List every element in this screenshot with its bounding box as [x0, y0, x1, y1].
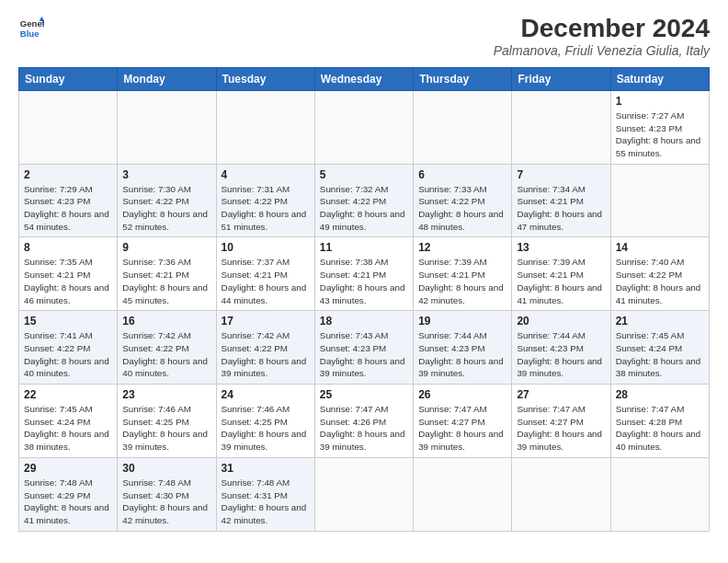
- day-info: Sunrise: 7:34 AMSunset: 4:21 PMDaylight:…: [517, 183, 605, 234]
- day-info: Sunrise: 7:47 AMSunset: 4:28 PMDaylight:…: [616, 403, 704, 454]
- header: General Blue December 2024 Palmanova, Fr…: [18, 15, 710, 58]
- svg-text:Blue: Blue: [20, 29, 40, 39]
- day-number: 7: [517, 168, 605, 181]
- calendar-header-thursday: Thursday: [414, 67, 512, 90]
- calendar-cell-6: 6 Sunrise: 7:33 AMSunset: 4:22 PMDayligh…: [414, 164, 512, 237]
- day-number: 31: [222, 462, 310, 475]
- logo: General Blue: [18, 15, 44, 40]
- day-info: Sunrise: 7:37 AMSunset: 4:21 PMDaylight:…: [222, 256, 310, 306]
- subtitle: Palmanova, Friuli Venezia Giulia, Italy: [494, 43, 710, 58]
- day-number: 29: [24, 462, 112, 475]
- calendar-cell-1: 1 Sunrise: 7:27 AMSunset: 4:23 PMDayligh…: [610, 90, 709, 164]
- day-number: 20: [517, 315, 605, 327]
- day-info: Sunrise: 7:43 AMSunset: 4:23 PMDaylight:…: [320, 329, 408, 380]
- day-info: Sunrise: 7:31 AMSunset: 4:22 PMDaylight:…: [222, 183, 310, 234]
- calendar-cell-23: 23 Sunrise: 7:46 AMSunset: 4:25 PMDaylig…: [118, 385, 216, 458]
- day-info: Sunrise: 7:47 AMSunset: 4:27 PMDaylight:…: [418, 403, 506, 454]
- calendar-cell-31: 31 Sunrise: 7:48 AMSunset: 4:31 PMDaylig…: [216, 457, 314, 531]
- calendar-header-row: SundayMondayTuesdayWednesdayThursdayFrid…: [19, 67, 710, 90]
- day-info: Sunrise: 7:45 AMSunset: 4:24 PMDaylight:…: [24, 403, 112, 454]
- day-info: Sunrise: 7:33 AMSunset: 4:22 PMDaylight:…: [418, 183, 506, 234]
- calendar-cell-29: 29 Sunrise: 7:48 AMSunset: 4:29 PMDaylig…: [19, 457, 118, 531]
- calendar-cell-10: 10 Sunrise: 7:37 AMSunset: 4:21 PMDaylig…: [216, 237, 314, 311]
- day-number: 13: [517, 241, 605, 254]
- empty-cell: [414, 457, 512, 531]
- day-info: Sunrise: 7:48 AMSunset: 4:29 PMDaylight:…: [24, 477, 112, 527]
- day-info: Sunrise: 7:44 AMSunset: 4:23 PMDaylight:…: [418, 329, 506, 380]
- calendar-cell-19: 19 Sunrise: 7:44 AMSunset: 4:23 PMDaylig…: [414, 311, 512, 385]
- day-number: 8: [24, 241, 112, 254]
- day-number: 24: [222, 388, 310, 401]
- calendar-cell-28: 28 Sunrise: 7:47 AMSunset: 4:28 PMDaylig…: [610, 385, 709, 458]
- day-number: 26: [418, 388, 506, 401]
- day-number: 2: [24, 168, 112, 181]
- day-info: Sunrise: 7:42 AMSunset: 4:22 PMDaylight:…: [122, 329, 210, 380]
- day-number: 23: [122, 388, 210, 401]
- calendar-header-monday: Monday: [118, 67, 216, 90]
- calendar-cell-21: 21 Sunrise: 7:45 AMSunset: 4:24 PMDaylig…: [610, 311, 709, 385]
- calendar-cell-3: 3 Sunrise: 7:30 AMSunset: 4:22 PMDayligh…: [118, 164, 216, 237]
- empty-cell: [610, 457, 709, 531]
- empty-cell: [118, 90, 216, 164]
- day-info: Sunrise: 7:48 AMSunset: 4:31 PMDaylight:…: [222, 477, 310, 527]
- calendar-header-tuesday: Tuesday: [216, 67, 314, 90]
- calendar-cell-8: 8 Sunrise: 7:35 AMSunset: 4:21 PMDayligh…: [19, 237, 118, 311]
- empty-cell: [314, 90, 413, 164]
- day-info: Sunrise: 7:42 AMSunset: 4:22 PMDaylight:…: [222, 329, 310, 380]
- calendar-cell-24: 24 Sunrise: 7:46 AMSunset: 4:25 PMDaylig…: [216, 385, 314, 458]
- calendar-cell-13: 13 Sunrise: 7:39 AMSunset: 4:21 PMDaylig…: [512, 237, 610, 311]
- calendar-cell-25: 25 Sunrise: 7:47 AMSunset: 4:26 PMDaylig…: [314, 385, 413, 458]
- day-number: 27: [517, 388, 605, 401]
- day-number: 10: [222, 241, 310, 254]
- day-number: 6: [418, 168, 506, 181]
- day-number: 19: [418, 315, 506, 327]
- day-number: 1: [616, 95, 704, 108]
- main-title: December 2024: [494, 15, 710, 43]
- calendar-cell-14: 14 Sunrise: 7:40 AMSunset: 4:22 PMDaylig…: [610, 237, 709, 311]
- empty-cell: [610, 164, 709, 237]
- day-number: 17: [222, 315, 310, 327]
- calendar-cell-7: 7 Sunrise: 7:34 AMSunset: 4:21 PMDayligh…: [512, 164, 610, 237]
- day-number: 12: [418, 241, 506, 254]
- day-info: Sunrise: 7:46 AMSunset: 4:25 PMDaylight:…: [122, 403, 210, 454]
- page: General Blue December 2024 Palmanova, Fr…: [0, 0, 728, 563]
- day-info: Sunrise: 7:45 AMSunset: 4:24 PMDaylight:…: [616, 329, 704, 380]
- day-info: Sunrise: 7:27 AMSunset: 4:23 PMDaylight:…: [616, 109, 704, 160]
- day-number: 25: [320, 388, 408, 401]
- empty-cell: [512, 90, 610, 164]
- empty-cell: [314, 457, 413, 531]
- calendar-cell-27: 27 Sunrise: 7:47 AMSunset: 4:27 PMDaylig…: [512, 385, 610, 458]
- day-info: Sunrise: 7:36 AMSunset: 4:21 PMDaylight:…: [122, 256, 210, 306]
- day-info: Sunrise: 7:39 AMSunset: 4:21 PMDaylight:…: [517, 256, 605, 306]
- day-info: Sunrise: 7:38 AMSunset: 4:21 PMDaylight:…: [320, 256, 408, 306]
- calendar-cell-30: 30 Sunrise: 7:48 AMSunset: 4:30 PMDaylig…: [118, 457, 216, 531]
- day-info: Sunrise: 7:44 AMSunset: 4:23 PMDaylight:…: [517, 329, 605, 380]
- calendar-cell-11: 11 Sunrise: 7:38 AMSunset: 4:21 PMDaylig…: [314, 237, 413, 311]
- empty-cell: [414, 90, 512, 164]
- day-number: 21: [616, 315, 704, 327]
- calendar-cell-5: 5 Sunrise: 7:32 AMSunset: 4:22 PMDayligh…: [314, 164, 413, 237]
- day-info: Sunrise: 7:32 AMSunset: 4:22 PMDaylight:…: [320, 183, 408, 234]
- calendar-cell-15: 15 Sunrise: 7:41 AMSunset: 4:22 PMDaylig…: [19, 311, 118, 385]
- day-number: 9: [122, 241, 210, 254]
- day-info: Sunrise: 7:47 AMSunset: 4:26 PMDaylight:…: [320, 403, 408, 454]
- empty-cell: [19, 90, 118, 164]
- logo-icon: General Blue: [18, 15, 44, 40]
- calendar-cell-22: 22 Sunrise: 7:45 AMSunset: 4:24 PMDaylig…: [19, 385, 118, 458]
- calendar-cell-20: 20 Sunrise: 7:44 AMSunset: 4:23 PMDaylig…: [512, 311, 610, 385]
- calendar-cell-9: 9 Sunrise: 7:36 AMSunset: 4:21 PMDayligh…: [118, 237, 216, 311]
- day-info: Sunrise: 7:30 AMSunset: 4:22 PMDaylight:…: [122, 183, 210, 234]
- calendar-header-wednesday: Wednesday: [314, 67, 413, 90]
- day-info: Sunrise: 7:48 AMSunset: 4:30 PMDaylight:…: [122, 477, 210, 527]
- calendar-cell-12: 12 Sunrise: 7:39 AMSunset: 4:21 PMDaylig…: [414, 237, 512, 311]
- title-block: December 2024 Palmanova, Friuli Venezia …: [494, 15, 710, 58]
- calendar-cell-4: 4 Sunrise: 7:31 AMSunset: 4:22 PMDayligh…: [216, 164, 314, 237]
- day-info: Sunrise: 7:35 AMSunset: 4:21 PMDaylight:…: [24, 256, 112, 306]
- day-info: Sunrise: 7:41 AMSunset: 4:22 PMDaylight:…: [24, 329, 112, 380]
- calendar-cell-16: 16 Sunrise: 7:42 AMSunset: 4:22 PMDaylig…: [118, 311, 216, 385]
- calendar-header-saturday: Saturday: [610, 67, 709, 90]
- day-number: 3: [122, 168, 210, 181]
- day-info: Sunrise: 7:40 AMSunset: 4:22 PMDaylight:…: [616, 256, 704, 306]
- calendar-cell-2: 2 Sunrise: 7:29 AMSunset: 4:23 PMDayligh…: [19, 164, 118, 237]
- day-number: 5: [320, 168, 408, 181]
